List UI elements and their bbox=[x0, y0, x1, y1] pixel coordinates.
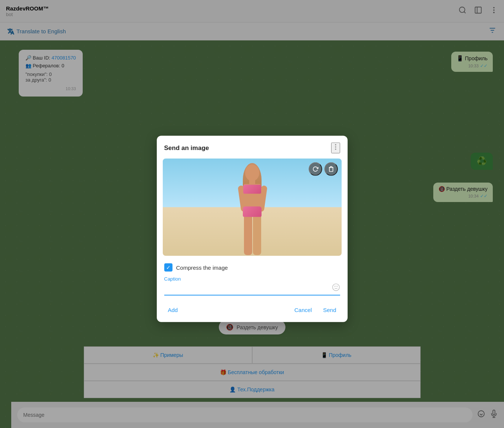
refresh-image-button[interactable] bbox=[309, 162, 322, 176]
dialog-header: Send an image bbox=[157, 136, 348, 159]
abdomen bbox=[245, 194, 260, 207]
dialog-footer-right: Cancel Send bbox=[291, 305, 340, 315]
compress-row: ✓ Compress the image bbox=[157, 261, 348, 276]
image-preview bbox=[163, 159, 342, 256]
left-leg bbox=[244, 215, 252, 255]
dialog-title: Send an image bbox=[164, 144, 209, 152]
emoji-button[interactable] bbox=[332, 283, 340, 293]
send-button[interactable]: Send bbox=[319, 305, 340, 315]
dialog-footer: Add Cancel Send bbox=[157, 302, 348, 322]
svg-point-17 bbox=[335, 146, 336, 147]
caption-section: Caption bbox=[157, 276, 348, 302]
svg-point-19 bbox=[332, 284, 339, 291]
svg-point-16 bbox=[335, 144, 336, 145]
model-figure bbox=[222, 162, 282, 256]
caption-label: Caption bbox=[164, 276, 340, 282]
send-image-dialog: Send an image bbox=[157, 136, 348, 322]
checkmark-icon: ✓ bbox=[166, 265, 171, 270]
bikini-top bbox=[243, 185, 261, 194]
caption-input[interactable] bbox=[164, 284, 332, 293]
compress-label: Compress the image bbox=[176, 264, 228, 270]
compress-checkbox[interactable]: ✓ bbox=[164, 263, 172, 272]
svg-point-18 bbox=[335, 149, 336, 150]
delete-image-button[interactable] bbox=[324, 162, 338, 176]
bikini-bottom bbox=[243, 207, 262, 217]
caption-input-row bbox=[164, 283, 340, 296]
image-action-buttons bbox=[309, 162, 338, 176]
right-leg bbox=[253, 215, 261, 255]
add-button[interactable]: Add bbox=[164, 305, 182, 315]
cancel-button[interactable]: Cancel bbox=[291, 305, 316, 315]
head bbox=[245, 165, 259, 181]
dialog-more-button[interactable] bbox=[331, 143, 340, 153]
